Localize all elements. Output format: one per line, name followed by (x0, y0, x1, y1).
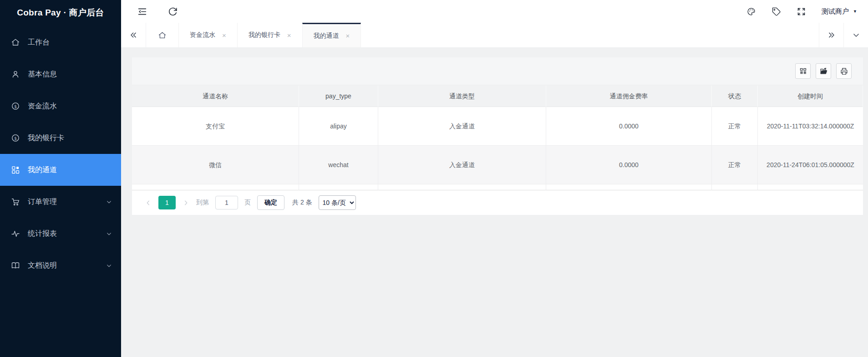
home-icon (11, 38, 20, 47)
dollar-circle-icon: $ (11, 133, 20, 143)
close-icon[interactable]: × (287, 32, 291, 39)
cell-commission-rate: 0.0000 (546, 107, 712, 146)
cell-pay-type: alipay (299, 107, 378, 146)
pagination: 1 到第 页 确定 共 2 条 10 条/页 (132, 190, 863, 215)
sidebar-item-label: 订单管理 (28, 197, 57, 207)
sidebar-item-docs[interactable]: 文档说明 (0, 250, 121, 281)
sidebar-item-label: 统计报表 (28, 229, 57, 239)
chevron-down-icon (106, 263, 112, 269)
tabs-options-chevron-icon[interactable] (843, 23, 868, 47)
tabs-scroll-right-icon[interactable] (819, 23, 843, 47)
user-menu[interactable]: 测试商户 ▼ (822, 7, 857, 16)
fullscreen-icon[interactable] (797, 7, 806, 16)
theme-palette-icon[interactable] (746, 7, 756, 16)
column-settings-button[interactable] (795, 63, 811, 79)
tab-label: 资金流水 (190, 31, 215, 39)
sidebar-item-label: 我的银行卡 (28, 133, 64, 143)
book-icon (11, 261, 20, 270)
pulse-icon (11, 229, 20, 238)
cell-commission-rate: 0.0000 (546, 146, 712, 184)
confirm-button[interactable]: 确定 (257, 195, 284, 210)
chevron-down-icon (106, 199, 112, 205)
column-header: 创建时间 (758, 86, 863, 107)
sidebar-item-reports[interactable]: 统计报表 (0, 218, 121, 250)
cell-channel-type: 入金通道 (378, 107, 546, 146)
grid-icon (11, 165, 20, 174)
home-icon (158, 31, 167, 40)
svg-text:$: $ (14, 136, 17, 141)
tab-bank-cards[interactable]: 我的银行卡 × (237, 23, 302, 47)
sidebar-item-label: 资金流水 (28, 102, 57, 111)
sidebar-item-workbench[interactable]: 工作台 (0, 26, 121, 58)
dollar-circle-icon: $ (11, 102, 20, 111)
cell-channel-type: 入金通道 (378, 146, 546, 184)
goto-page-input[interactable] (215, 196, 238, 209)
sidebar-item-label: 文档说明 (28, 261, 57, 270)
menu-fold-icon[interactable] (137, 7, 147, 16)
refresh-icon[interactable] (168, 7, 178, 16)
tab-home[interactable] (146, 23, 178, 47)
cell-created-at: 2020-11-11T03:32:14.000000Z (758, 107, 863, 146)
sidebar-item-my-channels[interactable]: 我的通道 (0, 154, 121, 186)
tabs-scroll-left-icon[interactable] (121, 23, 146, 47)
total-count-label: 共 2 条 (292, 199, 312, 207)
chevron-down-icon (106, 231, 112, 237)
tab-label: 我的银行卡 (249, 31, 280, 39)
tab-fund-flow[interactable]: 资金流水 × (178, 23, 237, 47)
tab-spacer (361, 23, 819, 47)
page-size-select[interactable]: 10 条/页 (319, 195, 356, 210)
cell-channel-name: 微信 (132, 146, 299, 184)
sidebar-item-label: 工作台 (28, 38, 50, 47)
tab-my-channels[interactable]: 我的通道 × (302, 23, 361, 47)
sidebar-item-label: 基本信息 (28, 70, 57, 79)
table-row: 微信 wechat 入金通道 0.0000 正常 2020-11-24T06:0… (132, 146, 863, 184)
column-header: 通道名称 (132, 86, 299, 107)
user-name: 测试商户 (822, 7, 849, 16)
page-number-button[interactable]: 1 (158, 196, 176, 209)
caret-down-icon: ▼ (853, 9, 857, 14)
cart-icon (11, 197, 20, 206)
column-header: 状态 (712, 86, 758, 107)
user-icon (11, 70, 20, 79)
goto-page-label: 到第 (196, 199, 209, 207)
channels-table: 通道名称 pay_type 通道类型 通道佣金费率 状态 创建时间 支付宝 al… (132, 86, 863, 190)
sidebar-item-bank-cards[interactable]: $ 我的银行卡 (0, 122, 121, 154)
close-icon[interactable]: × (346, 32, 350, 39)
table-toolbar (132, 57, 863, 85)
next-page-icon[interactable] (182, 199, 190, 207)
svg-text:$: $ (14, 104, 17, 109)
cell-status: 正常 (712, 107, 758, 146)
column-header: 通道佣金费率 (546, 86, 712, 107)
page-unit-label: 页 (244, 199, 251, 207)
cell-status: 正常 (712, 146, 758, 184)
tab-bar: 资金流水 × 我的银行卡 × 我的通道 × (121, 23, 868, 48)
prev-page-icon[interactable] (144, 199, 152, 207)
sidebar-item-orders[interactable]: 订单管理 (0, 186, 121, 218)
table-header-row: 通道名称 pay_type 通道类型 通道佣金费率 状态 创建时间 (132, 86, 863, 107)
top-header: 测试商户 ▼ (121, 0, 868, 23)
sidebar-item-basic-info[interactable]: 基本信息 (0, 58, 121, 90)
cell-created-at: 2020-11-24T06:01:05.000000Z (758, 146, 863, 184)
sidebar: Cobra Pay · 商户后台 工作台 基本信息 $ 资金流水 $ 我的银行卡 (0, 0, 121, 357)
cell-pay-type: wechat (299, 146, 378, 184)
sidebar-item-label: 我的通道 (28, 165, 57, 175)
close-icon[interactable]: × (222, 32, 226, 39)
table-clipped-row (132, 184, 863, 190)
tag-icon[interactable] (772, 7, 781, 16)
cell-channel-name: 支付宝 (132, 107, 299, 146)
sidebar-menu: 工作台 基本信息 $ 资金流水 $ 我的银行卡 我的通道 (0, 26, 121, 281)
tab-label: 我的通道 (314, 32, 339, 40)
channels-card: 通道名称 pay_type 通道类型 通道佣金费率 状态 创建时间 支付宝 al… (132, 57, 863, 215)
app-title: Cobra Pay · 商户后台 (0, 0, 121, 26)
column-header: 通道类型 (378, 86, 546, 107)
table-row: 支付宝 alipay 入金通道 0.0000 正常 2020-11-11T03:… (132, 107, 863, 146)
export-button[interactable] (816, 63, 831, 79)
print-button[interactable] (836, 63, 852, 79)
sidebar-item-fund-flow[interactable]: $ 资金流水 (0, 90, 121, 122)
column-header: pay_type (299, 86, 378, 107)
